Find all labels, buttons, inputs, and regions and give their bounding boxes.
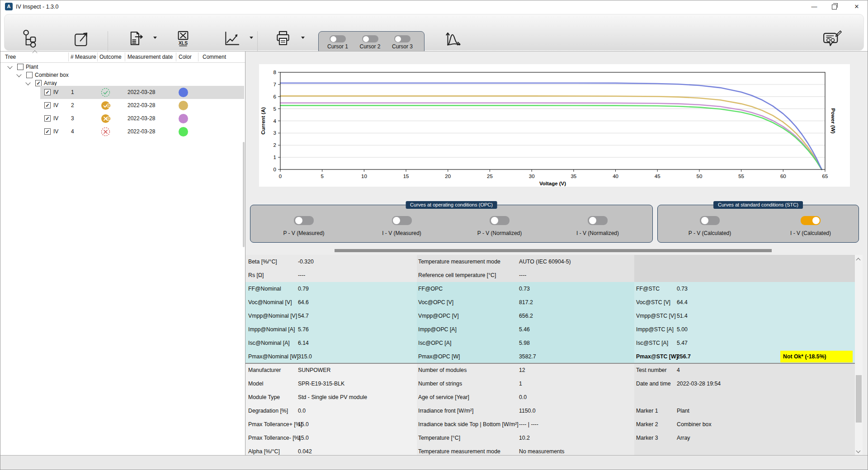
dropdown-arrow-icon[interactable] [301, 37, 305, 39]
measurement-row-iv-2[interactable]: ✓IV22022-03-28 [0, 99, 245, 112]
table-row: Degradation [%]0.0 [245, 404, 417, 418]
cell-label: Vmpp@Nominal [V] [248, 313, 297, 319]
curve-color-dot[interactable] [179, 88, 188, 97]
table-section-divider [245, 363, 855, 364]
checkbox[interactable]: ✓ [44, 128, 51, 135]
table-row [634, 390, 855, 404]
outcome-ok-icon [101, 88, 111, 97]
tree-column-header-comment[interactable]: Comment [203, 54, 226, 60]
tree-scrollbar[interactable] [243, 142, 245, 247]
sort-indicator-icon [32, 50, 37, 55]
dropdown-arrow-icon[interactable] [250, 37, 253, 39]
close-button[interactable]: ✕ [845, 0, 868, 13]
checkbox[interactable]: ✓ [44, 89, 51, 95]
measurement-row-iv-4[interactable]: ✓IV42022-03-28 [0, 125, 245, 138]
tree-column-header-measurement-date[interactable]: Measurement date [127, 54, 173, 60]
measurement-row-iv-3[interactable]: ✓IV32022-03-28 [0, 112, 245, 125]
cell-label: Isc@STC [A] [636, 340, 668, 346]
opc-group-badge: Curves at operating conditions (OPC) [406, 201, 497, 209]
table-row: Impp@STC [A]5.00 [634, 323, 855, 336]
svg-text:4: 4 [274, 118, 277, 124]
toolbar: ToggleAdd filePDFXLSExcelChartPrint Curs… [0, 13, 868, 51]
measurement-row-iv-1[interactable]: ✓IV12022-03-28 [0, 86, 245, 99]
cell-value: 0.79 [298, 286, 309, 292]
measurement-label: IV [53, 128, 58, 135]
measurement-number: 4 [71, 128, 74, 135]
cell-value: 256.7 [677, 353, 691, 360]
minimize-button[interactable]: — [804, 0, 824, 13]
checkbox[interactable] [26, 72, 33, 78]
minimize-icon: — [811, 4, 817, 9]
dropdown-arrow-icon[interactable] [153, 37, 157, 39]
table-scrollbar-thumb[interactable] [856, 375, 862, 423]
tree-column-header-tree[interactable]: Tree [5, 54, 16, 60]
tree-node-plant[interactable]: Plant [0, 63, 245, 71]
column-separator [125, 52, 125, 61]
cell-label: Voc@Nominal [V] [248, 299, 292, 306]
cell-label: Marker 2 [636, 421, 658, 428]
tree-column-header-color[interactable]: Color [179, 54, 192, 60]
cell-label: Beta [%/°C] [248, 258, 277, 265]
toggle-knob [393, 217, 400, 224]
checkbox[interactable] [17, 64, 24, 70]
tree-column-header--measure[interactable]: # Measure [71, 54, 96, 60]
table-scrollbar[interactable] [855, 255, 863, 455]
toggle-knob [491, 217, 498, 224]
svg-text:60: 60 [780, 174, 786, 179]
window-title: IV Inspect - 1.3.0 [16, 4, 59, 10]
cell-label: Alpha [%/°C] [248, 448, 280, 455]
svg-text:40: 40 [613, 174, 618, 179]
table-row: Marker 3Array [634, 431, 855, 445]
tree-column-header-outcome[interactable]: Outcome [99, 54, 122, 60]
table-row [634, 268, 855, 282]
curve-color-dot[interactable] [179, 101, 188, 110]
checkbox[interactable]: ✓ [44, 115, 51, 122]
toggle-knob [589, 217, 596, 224]
checkbox[interactable]: ✓ [44, 102, 51, 108]
i-v-normalized-toggle[interactable] [588, 216, 608, 225]
horizontal-scrollbar[interactable] [245, 249, 855, 253]
curve-color-dot[interactable] [179, 127, 188, 136]
cell-label: Impp@OPC [A] [418, 326, 457, 333]
cell-label: Marker 3 [636, 435, 658, 441]
cell-value: 12 [519, 367, 525, 373]
scroll-up-icon[interactable] [857, 257, 860, 261]
outcome-ok-warning-icon [101, 101, 111, 110]
cursor-2-toggle[interactable] [362, 35, 378, 42]
app-window: A IV Inspect - 1.3.0 — ✕ ToggleAdd fileP… [0, 0, 868, 470]
expander-icon[interactable] [25, 80, 30, 85]
scroll-down-icon[interactable] [857, 449, 860, 453]
p-v-calculated-toggle[interactable] [700, 216, 720, 225]
tree-node-combiner-box[interactable]: Combiner box [0, 71, 245, 79]
right-axis-label: Power (W) [830, 108, 836, 133]
expander-icon[interactable] [7, 64, 12, 69]
cursor-3-toggle[interactable] [394, 35, 410, 42]
measurement-number: 3 [71, 115, 74, 122]
p-v-normalized-toggle[interactable] [490, 216, 509, 225]
checkbox[interactable]: ✓ [35, 80, 42, 86]
toggle-knob [330, 36, 336, 42]
table-row: Marker 2Combiner box [634, 418, 855, 431]
i-v-calculated-toggle[interactable] [801, 216, 821, 225]
i-v-calculated-label: I - V (Calculated) [790, 230, 831, 236]
expander-icon[interactable] [16, 72, 21, 77]
restore-button[interactable] [824, 0, 844, 13]
tree-header: Tree# MeasureOutcomeMeasurement dateColo… [0, 52, 245, 63]
cursor-1-toggle[interactable] [330, 35, 346, 42]
table-row: Irradiance back side Top | Bottom [W/m²]… [417, 418, 634, 431]
cell-label: Isc@OPC [A] [418, 340, 451, 346]
pdf-icon [125, 28, 146, 49]
toolbar-separator [257, 31, 258, 52]
curve-color-dot[interactable] [179, 114, 188, 123]
add-file-icon [71, 28, 92, 49]
i-v-measured-toggle[interactable] [392, 216, 412, 225]
app-logo-icon: A [5, 3, 13, 10]
p-v-measured-toggle[interactable] [294, 216, 314, 225]
table-row: Rs [Ω]---- [245, 268, 417, 282]
cell-value: SUNPOWER [298, 367, 330, 373]
cell-label: Temperature [°C] [418, 435, 460, 441]
svg-text:0: 0 [279, 174, 282, 179]
table-row: Vmpp@STC [V]51.4 [634, 309, 855, 323]
tree-panel: Tree# MeasureOutcomeMeasurement dateColo… [0, 51, 245, 455]
horizontal-scrollbar-thumb[interactable] [335, 249, 772, 252]
